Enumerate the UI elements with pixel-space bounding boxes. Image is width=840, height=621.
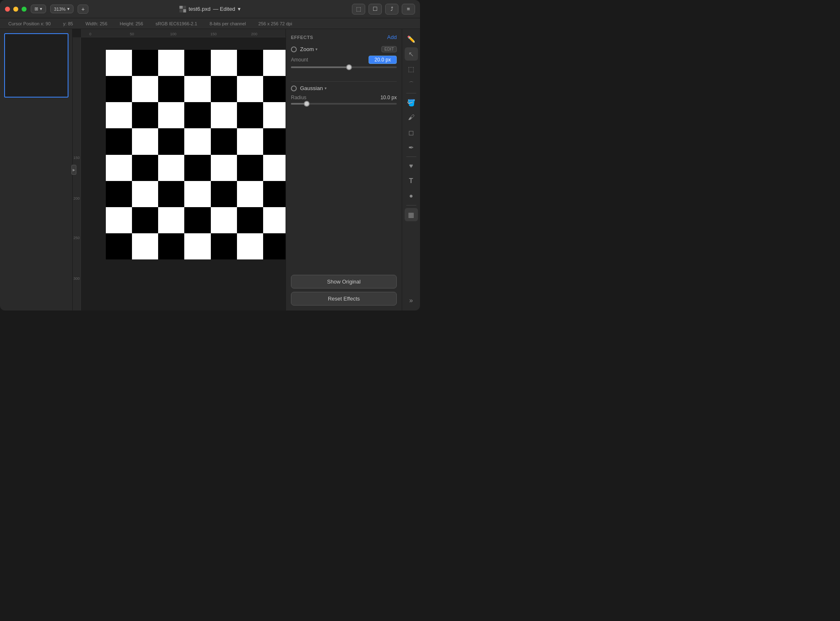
- zoom-slider-track[interactable]: [291, 66, 397, 68]
- gaussian-effect-left: Gaussian ▾: [291, 85, 327, 91]
- checker-cell: [263, 155, 286, 181]
- checker-cell: [132, 233, 158, 259]
- ruler-mark-100: 100: [170, 32, 176, 36]
- text-tool[interactable]: T: [405, 174, 418, 188]
- canvas-height: Height: 256: [120, 21, 143, 26]
- ruler-vmark-250: 250: [73, 236, 80, 240]
- tool-separator-2: [406, 156, 416, 157]
- checker-cell: [263, 181, 286, 207]
- lasso-tool[interactable]: ⌒: [405, 77, 418, 90]
- brush-tool[interactable]: 🖌: [405, 111, 418, 124]
- zoom-amount-label: Amount: [291, 57, 308, 63]
- export-icon: ☐: [373, 6, 378, 12]
- add-effect-button[interactable]: Add: [387, 34, 397, 40]
- checker-cell: [237, 155, 263, 181]
- zoom-chevron-icon: ▾: [315, 47, 317, 51]
- marquee-tool[interactable]: ⬚: [405, 62, 418, 76]
- blob-icon: ●: [409, 192, 413, 200]
- checker-cell: [263, 76, 286, 102]
- edited-dropdown-icon[interactable]: ▾: [238, 6, 241, 12]
- blob-tool[interactable]: ●: [405, 189, 418, 203]
- zoom-amount-row: Amount: [291, 56, 397, 64]
- cursor-y: y: 85: [63, 21, 73, 26]
- ruler-mark-50: 50: [130, 32, 134, 36]
- checker-cell: [132, 207, 158, 233]
- settings-button[interactable]: ≡: [402, 4, 415, 15]
- crop-button[interactable]: ⬚: [352, 4, 365, 15]
- export-button[interactable]: ☐: [369, 4, 382, 15]
- checker-cell: [158, 50, 184, 76]
- zoom-effect-radio[interactable]: [291, 46, 297, 52]
- titlebar-center: test6.pxd — Edited ▾: [179, 6, 240, 12]
- window-title: test6.pxd: [188, 6, 210, 12]
- checker-cell: [158, 155, 184, 181]
- ruler-mark-0: 0: [89, 32, 91, 36]
- tool-separator-3: [406, 205, 416, 205]
- checker-cell: [132, 50, 158, 76]
- arrow-icon: ↖: [408, 50, 414, 58]
- checker-cell: [158, 102, 184, 128]
- zoom-control[interactable]: 313% ▾: [50, 5, 73, 13]
- canvas-image[interactable]: [106, 50, 286, 259]
- checker-cell: [158, 76, 184, 102]
- checker-cell: [263, 207, 286, 233]
- eraser-tool[interactable]: ◻: [405, 126, 418, 139]
- left-panel: ▶: [0, 29, 73, 310]
- canvas-area[interactable]: 0 50 100 150 200 250 150 200 250 300: [73, 29, 286, 310]
- texture-tool[interactable]: ▦: [405, 208, 418, 221]
- checker-cell: [211, 50, 237, 76]
- ruler-vmark-300: 300: [73, 276, 80, 281]
- heart-icon: ♥: [409, 162, 413, 170]
- checker-cell: [211, 76, 237, 102]
- plus-icon: +: [81, 6, 85, 12]
- expand-tools-button[interactable]: »: [405, 294, 418, 307]
- zoom-label: 313%: [54, 7, 66, 12]
- gaussian-slider-track[interactable]: [291, 103, 397, 105]
- zoom-slider-fill: [291, 66, 349, 68]
- tool-separator-1: [406, 93, 416, 93]
- zoom-slider-container: [291, 66, 397, 68]
- bucket-tool[interactable]: 🪣: [405, 96, 418, 109]
- gaussian-effect-radio[interactable]: [291, 86, 297, 91]
- checker-cell: [263, 128, 286, 154]
- arrow-tool[interactable]: ↖: [405, 47, 418, 61]
- maximize-button[interactable]: [22, 7, 27, 12]
- checker-cell: [106, 207, 132, 233]
- gaussian-slider-thumb[interactable]: [304, 101, 310, 107]
- bit-depth: 8-bits per channel: [210, 21, 246, 26]
- bucket-icon: 🪣: [407, 99, 415, 107]
- checker-cell: [106, 155, 132, 181]
- zoom-amount-input[interactable]: [369, 56, 397, 64]
- checker-cell: [106, 50, 132, 76]
- reset-effects-button[interactable]: Reset Effects: [291, 292, 397, 306]
- zoom-edit-badge[interactable]: EDIT: [381, 46, 397, 52]
- traffic-lights: [5, 7, 27, 12]
- pen-tool[interactable]: ✒: [405, 141, 418, 154]
- checker-cell: [184, 128, 210, 154]
- gaussian-effect-header: Gaussian ▾: [291, 85, 397, 91]
- panel-toggle-button[interactable]: ▶: [71, 165, 76, 175]
- pencil-tool[interactable]: ✏️: [405, 32, 418, 46]
- checker-cell: [237, 128, 263, 154]
- gaussian-radius-value: 10.0 px: [381, 95, 397, 100]
- expand-icon: »: [409, 297, 413, 304]
- bottom-buttons: Show Original Reset Effects: [291, 275, 397, 306]
- share-button[interactable]: ⤴: [385, 4, 398, 15]
- minimize-button[interactable]: [13, 7, 18, 12]
- checker-cell: [237, 233, 263, 259]
- close-button[interactable]: [5, 7, 10, 12]
- checker-cell: [237, 102, 263, 128]
- gaussian-chevron-icon: ▾: [325, 86, 327, 90]
- show-original-button[interactable]: Show Original: [291, 275, 397, 288]
- view-toggle-button[interactable]: ⊞ ▾: [31, 5, 46, 13]
- checker-cell: [106, 76, 132, 102]
- color-profile: sRGB IEC61966-2.1: [156, 21, 197, 26]
- titlebar-right: ⬚ ☐ ⤴ ≡: [352, 4, 415, 15]
- add-tab-button[interactable]: +: [78, 5, 88, 14]
- main-content: ▶ 0 50 100 150 200 250 150 200 250 300 E…: [0, 29, 420, 310]
- gaussian-effect-block: Gaussian ▾ Radius 10.0 px: [291, 85, 397, 109]
- zoom-slider-thumb[interactable]: [346, 64, 352, 70]
- heart-tool[interactable]: ♥: [405, 159, 418, 173]
- chevron-down-icon: ▾: [40, 6, 42, 12]
- zoom-effect-left: Zoom ▾: [291, 46, 317, 52]
